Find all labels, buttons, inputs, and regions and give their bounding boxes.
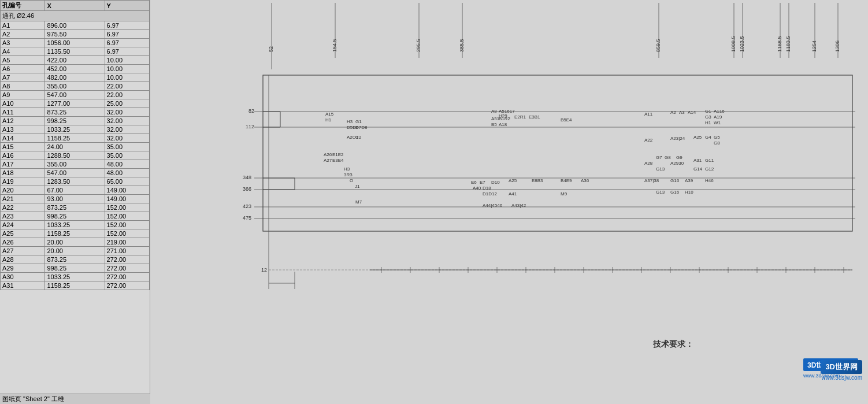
- hole-y: 152.00: [105, 212, 149, 221]
- table-row: A17355.0048.00: [1, 160, 150, 169]
- hole-y: 35.00: [105, 151, 149, 160]
- hole-id: A8: [1, 82, 45, 91]
- svg-text:D1D12: D1D12: [483, 191, 497, 197]
- hole-x: 1033.25: [45, 273, 105, 281]
- svg-text:E3E4: E3E4: [332, 158, 344, 163]
- svg-text:348: 348: [243, 175, 251, 180]
- hole-y: 271.00: [105, 247, 149, 255]
- svg-text:W1: W1: [714, 120, 721, 125]
- hole-x: 67.00: [45, 186, 105, 195]
- hole-id: A2: [1, 30, 45, 39]
- table-row: A7482.0010.00: [1, 73, 150, 82]
- hole-y: 272.00: [105, 264, 149, 273]
- svg-text:A15: A15: [325, 112, 334, 117]
- table-row: A2620.00219.00: [1, 238, 150, 247]
- hole-y: 10.00: [105, 73, 149, 82]
- svg-text:D7D8: D7D8: [355, 125, 368, 130]
- hole-x: 1283.50: [45, 177, 105, 186]
- hole-id: A26: [1, 238, 45, 247]
- svg-text:A23|24: A23|24: [670, 136, 685, 141]
- svg-text:G8: G8: [665, 155, 671, 160]
- svg-text:G11: G11: [705, 158, 714, 163]
- table-row: A29998.25272.00: [1, 264, 150, 273]
- hole-id: A30: [1, 273, 45, 281]
- svg-text:E3B1: E3B1: [529, 114, 540, 120]
- hole-x: 547.00: [45, 91, 105, 99]
- hole-y: 22.00: [105, 82, 149, 91]
- hole-y: 25.00: [105, 99, 149, 108]
- svg-text:859.5: 859.5: [655, 39, 661, 52]
- table-row: A301033.25272.00: [1, 273, 150, 281]
- svg-text:112: 112: [246, 124, 254, 129]
- hole-id: A5: [1, 56, 45, 65]
- svg-text:1008.5: 1008.5: [730, 36, 736, 52]
- table-row: A28873.25272.00: [1, 255, 150, 264]
- hole-x: 998.25: [45, 212, 105, 221]
- svg-text:A39: A39: [685, 178, 693, 183]
- hole-y: 10.00: [105, 65, 149, 73]
- main-container: 孔编号 X Y 通孔 Ø2.46 A1896.006.97A2975.506.9…: [0, 0, 868, 404]
- hole-x: 355.00: [45, 82, 105, 91]
- svg-text:A43|42: A43|42: [511, 203, 526, 208]
- svg-text:M7: M7: [355, 199, 362, 205]
- hole-id: A3: [1, 39, 45, 47]
- svg-text:D10: D10: [491, 180, 500, 185]
- hole-y: 32.00: [105, 117, 149, 125]
- table-row: A2975.506.97: [1, 30, 150, 39]
- hole-y: 6.97: [105, 47, 149, 56]
- svg-text:52: 52: [268, 46, 274, 52]
- table-row: A251158.25152.00: [1, 229, 150, 238]
- svg-text:366: 366: [243, 186, 251, 192]
- hole-x: 896.00: [45, 21, 105, 30]
- svg-text:1254: 1254: [811, 40, 817, 52]
- watermark-logo: 3D世界网: [821, 360, 862, 374]
- hole-y: 6.97: [105, 39, 149, 47]
- table-row: A9547.0022.00: [1, 91, 150, 99]
- table-row: A6452.0010.00: [1, 65, 150, 73]
- svg-text:E2R1: E2R1: [514, 114, 526, 120]
- svg-text:A36: A36: [581, 178, 589, 183]
- hole-id: A11: [1, 108, 45, 117]
- svg-text:H46: H46: [705, 178, 714, 183]
- table-row: A11873.2532.00: [1, 108, 150, 117]
- hole-y: 32.00: [105, 125, 149, 134]
- svg-text:A11: A11: [644, 112, 653, 117]
- table-row: A8355.0022.00: [1, 82, 150, 91]
- svg-text:M9: M9: [561, 191, 567, 197]
- hole-id: A19: [1, 177, 45, 186]
- hole-x: 422.00: [45, 56, 105, 65]
- svg-text:A28: A28: [644, 161, 653, 166]
- drawing-canvas: 52 154.5 295.5 385.5 859.5 1008.5 1023.5…: [150, 0, 868, 404]
- svg-text:1023.5: 1023.5: [739, 36, 745, 52]
- svg-text:G13: G13: [656, 166, 665, 172]
- hole-x: 1277.00: [45, 99, 105, 108]
- hole-id: A25: [1, 229, 45, 238]
- hole-id: A13: [1, 125, 45, 134]
- drawing-area[interactable]: 52 154.5 295.5 385.5 859.5 1008.5 1023.5…: [150, 0, 868, 404]
- table-row: A31056.006.97: [1, 39, 150, 47]
- table-row: A41135.506.97: [1, 47, 150, 56]
- watermark-url: www.3dsjw.com: [821, 375, 862, 381]
- table-row: A141158.2532.00: [1, 134, 150, 143]
- hole-x: 998.25: [45, 117, 105, 125]
- hole-id: A24: [1, 221, 45, 229]
- hole-id: A4: [1, 47, 45, 56]
- table-row: A241033.25152.00: [1, 221, 150, 229]
- table-row: A131033.2532.00: [1, 125, 150, 134]
- svg-text:A44|4546: A44|4546: [483, 203, 503, 208]
- svg-text:C2: C2: [355, 135, 362, 140]
- hole-id: A18: [1, 169, 45, 177]
- hole-id: A1: [1, 21, 45, 30]
- hole-y: 35.00: [105, 143, 149, 151]
- hole-x: 873.25: [45, 255, 105, 264]
- table-row: A2193.00149.00: [1, 195, 150, 203]
- hole-y: 152.00: [105, 203, 149, 212]
- svg-text:A31: A31: [693, 158, 702, 163]
- table-row: A2067.00149.00: [1, 186, 150, 195]
- svg-text:G13: G13: [656, 190, 665, 195]
- hole-x: 975.50: [45, 30, 105, 39]
- hole-id: A28: [1, 255, 45, 264]
- svg-text:A14: A14: [688, 110, 696, 115]
- svg-text:A37|38: A37|38: [644, 178, 659, 183]
- table-row: A5422.0010.00: [1, 56, 150, 65]
